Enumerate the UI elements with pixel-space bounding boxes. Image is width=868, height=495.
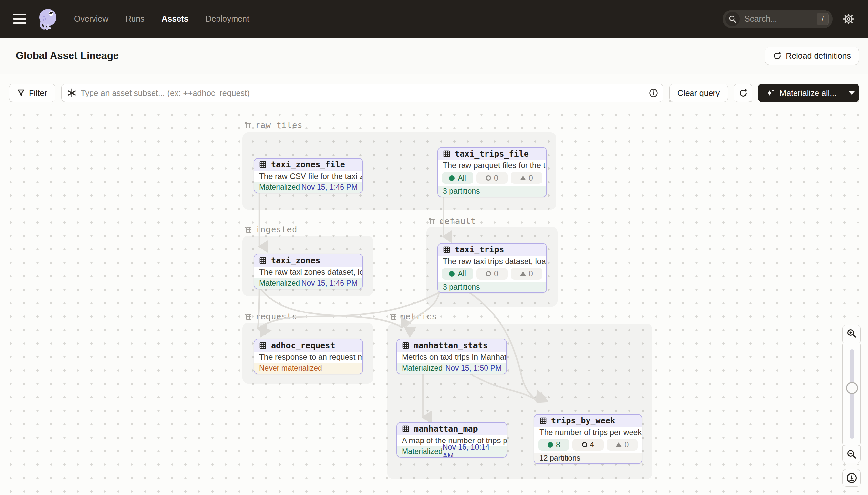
zoom-out-button[interactable] <box>843 445 861 463</box>
zoom-slider-thumb[interactable] <box>846 382 858 394</box>
asset-group-icon <box>244 121 252 129</box>
nav-item-deployment[interactable]: Deployment <box>206 14 249 24</box>
zoom-in-icon <box>846 328 857 339</box>
zoom-slider[interactable] <box>843 342 861 446</box>
nav-item-runs[interactable]: Runs <box>125 14 144 24</box>
asset-node-manhattan-stats[interactable]: manhattan_stats Metrics on taxi trips in… <box>396 339 507 374</box>
asset-group-icon <box>244 226 252 234</box>
asset-group-icon <box>389 313 397 321</box>
partition-count: 3 partitions <box>443 283 480 291</box>
partition-health-badges: All 0 0 <box>438 171 546 186</box>
asset-query-field <box>61 84 663 102</box>
refresh-icon <box>773 52 782 61</box>
missing-triangle-icon <box>520 176 526 180</box>
nav-item-overview[interactable]: Overview <box>74 14 108 24</box>
search-shortcut-key: / <box>817 13 829 25</box>
asset-node-header: taxi_zones_file <box>254 158 362 171</box>
materialize-all-button: Materialize all... <box>758 84 859 102</box>
partition-health-badges: All 0 0 <box>438 267 546 281</box>
missing-triangle-icon <box>520 271 526 276</box>
funnel-icon <box>17 89 25 97</box>
asset-status-footer: Materialized Nov 15, 1:46 PM <box>254 182 362 193</box>
zoom-in-button[interactable] <box>843 325 861 342</box>
asset-node-taxi-zones[interactable]: taxi_zones The raw taxi zones dataset, l… <box>253 254 363 289</box>
dagster-logo[interactable] <box>37 8 58 30</box>
asset-description: The raw parquet files for the taxi trips… <box>438 160 546 171</box>
asset-node-taxi-zones-file[interactable]: taxi_zones_file The raw CSV file for the… <box>253 158 363 193</box>
asset-query-input[interactable] <box>61 84 663 102</box>
download-image-button[interactable] <box>843 469 861 487</box>
asset-selector-icon <box>67 88 77 98</box>
asset-name: taxi_zones_file <box>271 160 345 169</box>
group-label-default[interactable]: default <box>428 216 476 226</box>
group-label-ingested[interactable]: ingested <box>244 225 297 234</box>
asset-name: trips_by_week <box>551 416 615 425</box>
table-icon <box>539 417 547 424</box>
asset-node-header: adhoc_request <box>254 339 362 352</box>
chevron-down-icon <box>849 91 854 95</box>
materialize-dropdown-toggle[interactable] <box>844 84 859 102</box>
asset-node-adhoc-request[interactable]: adhoc_request The response to an request… <box>253 339 363 374</box>
missing-partitions-badge[interactable]: 0 <box>511 268 542 280</box>
failed-ring-icon <box>486 271 491 276</box>
materialized-dot-icon <box>449 271 455 277</box>
nav-links: Overview Runs Assets Deployment <box>74 14 249 24</box>
search-input[interactable] <box>740 14 817 24</box>
asset-description: The raw CSV file for the taxi zones dat.… <box>254 171 362 182</box>
failed-partitions-badge[interactable]: 0 <box>476 268 508 280</box>
table-icon <box>259 161 267 168</box>
asset-status-footer: 3 partitions <box>438 186 546 197</box>
group-label-raw-files[interactable]: raw_files <box>244 120 302 130</box>
materialized-partitions-badge[interactable]: All <box>442 172 473 184</box>
asset-node-manhattan-map[interactable]: manhattan_map A map of the number of tri… <box>396 422 508 458</box>
asset-node-taxi-trips[interactable]: taxi_trips The raw taxi trips dataset, l… <box>437 243 547 293</box>
asset-status-footer: Materialized Nov 15, 1:46 PM <box>254 278 362 289</box>
status-label: Materialized <box>402 447 443 456</box>
asset-name: taxi_trips_file <box>455 149 529 158</box>
materialized-partitions-badge[interactable]: All <box>442 268 473 280</box>
menu-icon[interactable] <box>13 14 26 24</box>
asset-name: adhoc_request <box>271 341 335 350</box>
failed-ring-icon <box>486 175 491 181</box>
materialized-partitions-badge[interactable]: 8 <box>538 439 569 451</box>
asset-description: Metrics on taxi trips in Manhattan <box>397 352 507 363</box>
materialized-dot-icon <box>449 175 455 181</box>
nav-item-assets[interactable]: Assets <box>162 14 189 24</box>
group-label-requests[interactable]: requests <box>244 312 297 321</box>
asset-name: manhattan_stats <box>414 341 488 350</box>
materialization-timestamp: Nov 16, 10:14 AM <box>443 443 502 458</box>
partition-health-badges: 8 4 0 <box>534 438 642 453</box>
asset-node-header: manhattan_stats <box>397 339 507 352</box>
clear-query-button[interactable]: Clear query <box>669 84 728 102</box>
filter-button[interactable]: Filter <box>9 84 55 102</box>
asset-node-header: trips_by_week <box>534 414 642 427</box>
zoom-slider-track[interactable] <box>850 349 854 439</box>
materialization-timestamp: Nov 15, 1:46 PM <box>301 183 358 192</box>
asset-node-header: taxi_trips_file <box>438 148 546 160</box>
status-label: Materialized <box>259 183 300 192</box>
group-label-metrics[interactable]: metrics <box>389 312 437 321</box>
canvas-controls <box>843 325 861 487</box>
missing-partitions-badge[interactable]: 0 <box>511 172 542 184</box>
failed-partitions-badge[interactable]: 0 <box>476 172 508 184</box>
asset-node-taxi-trips-file[interactable]: taxi_trips_file The raw parquet files fo… <box>437 147 547 197</box>
info-icon[interactable] <box>649 88 658 98</box>
top-nav: Overview Runs Assets Deployment / <box>0 0 868 38</box>
asset-status-footer: Materialized Nov 16, 10:14 AM <box>397 446 507 457</box>
missing-partitions-badge[interactable]: 0 <box>606 439 638 451</box>
lineage-canvas[interactable]: Filter Clear query <box>0 74 868 495</box>
asset-node-header: manhattan_map <box>397 423 507 435</box>
table-icon <box>259 257 267 264</box>
failed-partitions-badge[interactable]: 4 <box>572 439 604 451</box>
materialized-dot-icon <box>548 442 553 448</box>
refresh-query-button[interactable] <box>734 84 752 102</box>
status-label: Never materialized <box>259 364 322 373</box>
table-icon <box>443 246 450 253</box>
partition-count: 12 partitions <box>539 454 580 462</box>
global-search[interactable]: / <box>723 10 833 28</box>
gear-icon[interactable] <box>843 13 855 25</box>
table-icon <box>402 425 409 433</box>
reload-definitions-button[interactable]: Reload definitions <box>765 47 859 65</box>
materialize-all-action[interactable]: Materialize all... <box>758 84 844 102</box>
asset-node-trips-by-week[interactable]: trips_by_week The number of trips per we… <box>534 414 642 464</box>
